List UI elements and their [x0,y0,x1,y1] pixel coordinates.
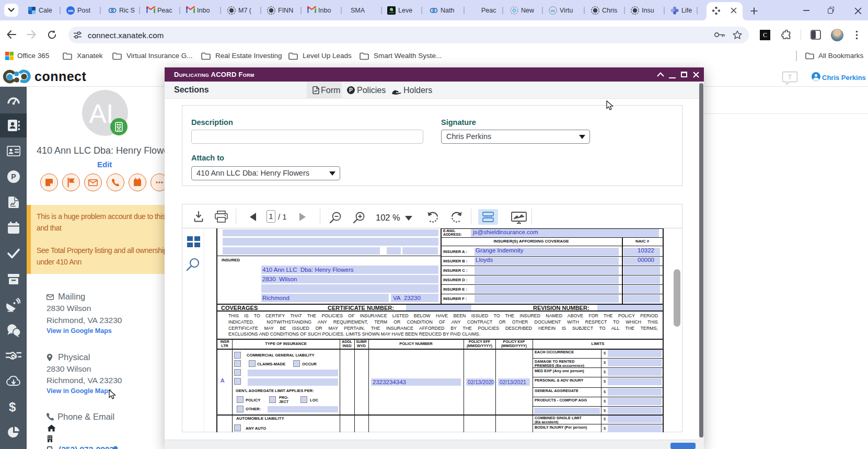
svg-text:zm: zm [68,9,73,13]
svg-text:P: P [349,87,353,93]
svg-text:P: P [11,172,16,181]
svg-text:T: T [788,74,792,81]
svg-text:vc: vc [551,9,555,13]
